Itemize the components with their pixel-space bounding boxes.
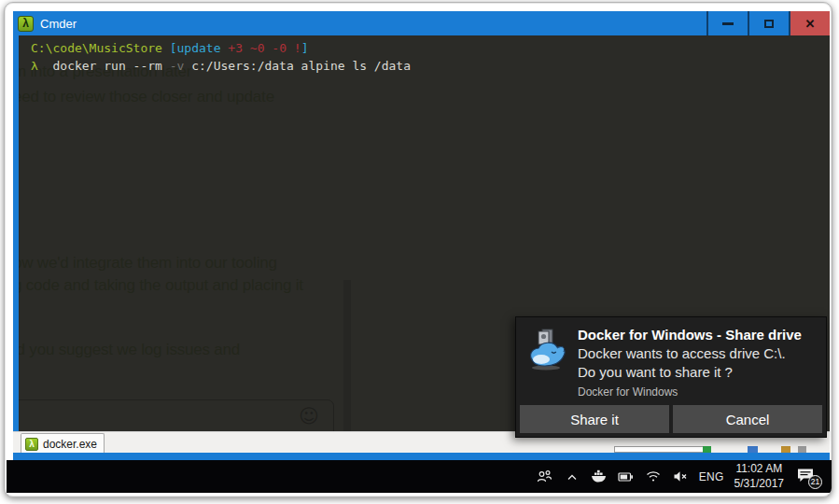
ghost-text-line: ow we'd integrate them into our tooling [19, 254, 277, 273]
tab-docker-exe[interactable]: λ docker.exe [21, 433, 105, 454]
window-bottom-border [13, 453, 830, 460]
status-progress-box [614, 446, 710, 453]
ghost-smiley-icon: ☺ [299, 405, 319, 427]
ghost-text-line: ld you suggest we log issues and [19, 341, 240, 359]
screenshot-frame: λ Cmder ✕ m into a presentation later ee… [4, 2, 832, 497]
volume-muted-icon[interactable] [672, 469, 689, 484]
clock[interactable]: 11:02 AM 5/31/2017 [734, 462, 784, 491]
ghost-input-box [19, 399, 334, 431]
status-cell-blue [748, 446, 758, 453]
chevron-up-icon[interactable] [564, 469, 580, 484]
ghost-text-line: eed to review those closer and update [19, 88, 274, 106]
command-flag: -v [170, 59, 185, 73]
cmder-app-icon: λ [18, 16, 34, 32]
people-icon[interactable] [537, 469, 553, 484]
ghost-text-line: g code and taking the output and placing… [19, 276, 303, 295]
toast-app-name: Docker for Windows [578, 385, 820, 399]
notification-badge: 21 [808, 475, 822, 489]
git-branch-segment: [update [170, 41, 229, 55]
minimize-icon [722, 22, 734, 25]
close-button[interactable]: ✕ [789, 11, 830, 35]
status-cell-gray [798, 446, 806, 453]
action-center-icon[interactable]: 21 [796, 468, 818, 486]
docker-whale-icon [525, 328, 572, 376]
battery-icon[interactable] [618, 469, 635, 484]
ghost-scrollbar [343, 280, 351, 431]
status-cell-orange [781, 446, 790, 453]
prompt-line: C:\code\MusicStore [update +3 ~0 -0 !] [19, 35, 830, 57]
command-args: c:/Users:/data alpine ls /data [184, 59, 411, 73]
git-bracket-close: ] [301, 41, 309, 55]
prompt-path: C:\code\MusicStore [31, 41, 170, 55]
tab-label: docker.exe [43, 438, 97, 451]
git-status-counts: +3 ~0 -0 ! [228, 41, 301, 55]
toast-message-line2: Do you want to share it ? [578, 364, 820, 380]
share-it-button[interactable]: Share it [520, 405, 669, 433]
toast-body: Docker for Windows - Share drive Docker … [578, 327, 820, 399]
clock-time: 11:02 AM [734, 462, 784, 477]
docker-tray-icon[interactable] [591, 469, 608, 484]
clock-date: 5/31/2017 [734, 477, 784, 492]
maximize-button[interactable] [748, 11, 789, 35]
caption-buttons: ✕ [706, 11, 830, 35]
wifi-icon[interactable] [645, 469, 662, 484]
title-bar[interactable]: λ Cmder ✕ [13, 11, 830, 35]
windows-taskbar: ENG 11:02 AM 5/31/2017 21 [7, 460, 832, 493]
docker-toast-notification: Docker for Windows - Share drive Docker … [515, 316, 827, 438]
language-indicator[interactable]: ENG [699, 470, 724, 483]
tab-lambda-icon: λ [25, 438, 38, 451]
command-text: docker run --rm [38, 59, 170, 73]
maximize-icon [764, 20, 774, 28]
window-title: Cmder [40, 17, 77, 31]
command-line[interactable]: λ docker run --rm -v c:/Users:/data alpi… [19, 57, 830, 75]
lambda-prompt-icon: λ [31, 59, 38, 73]
toast-buttons: Share it Cancel [520, 405, 822, 433]
cancel-button-toast[interactable]: Cancel [673, 405, 822, 433]
minimize-button[interactable] [706, 11, 748, 35]
close-icon: ✕ [805, 18, 816, 30]
toast-title: Docker for Windows - Share drive [578, 327, 820, 343]
status-cell-green [703, 446, 711, 453]
toast-message-line1: Docker wants to access drive C:\. [578, 345, 820, 361]
